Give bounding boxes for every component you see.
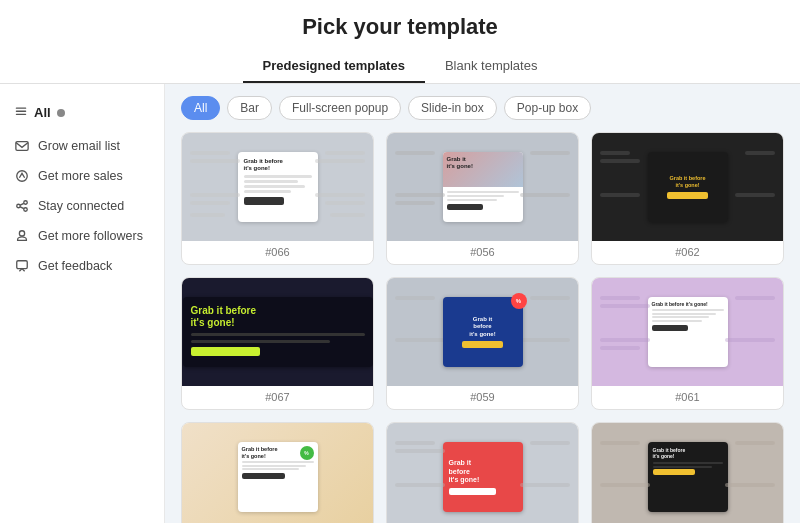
dot-icon — [57, 109, 65, 117]
list-icon — [14, 104, 28, 121]
filter-all[interactable]: All — [181, 96, 220, 120]
sidebar-item-label: Grow email list — [38, 139, 120, 153]
filter-bar[interactable]: Bar — [227, 96, 272, 120]
template-card-059[interactable]: Grab itbeforeit's gone! % #059 — [386, 277, 579, 410]
template-card-056[interactable]: Grab itit's gone! #056 — [386, 132, 579, 265]
svg-point-6 — [24, 201, 28, 205]
template-preview-060: % Grab it beforeit's gone! — [238, 442, 318, 512]
sidebar-item-label: Stay connected — [38, 199, 124, 213]
template-label-067: #067 — [182, 386, 373, 409]
feedback-icon — [14, 258, 30, 274]
sidebar-item-grow-email[interactable]: Grow email list — [0, 131, 164, 161]
svg-rect-3 — [16, 142, 28, 151]
sidebar-item-label: Get more sales — [38, 169, 123, 183]
sales-icon — [14, 168, 30, 184]
template-label-061: #061 — [592, 386, 783, 409]
connected-icon — [14, 198, 30, 214]
sidebar-item-get-sales[interactable]: Get more sales — [0, 161, 164, 191]
filter-bar: All Bar Full-screen popup Slide-in box P… — [181, 96, 784, 120]
template-preview-067: Grab it beforeit's gone! — [183, 297, 373, 367]
svg-rect-2 — [16, 114, 27, 115]
template-label-066: #066 — [182, 241, 373, 264]
tab-blank[interactable]: Blank templates — [425, 50, 558, 83]
svg-point-7 — [24, 208, 28, 212]
page-header: Pick your template Predesigned templates… — [0, 0, 800, 84]
svg-point-10 — [19, 231, 24, 236]
sidebar-item-get-feedback[interactable]: Get feedback — [0, 251, 164, 281]
svg-point-5 — [17, 204, 21, 208]
template-label-059: #059 — [387, 386, 578, 409]
svg-rect-0 — [16, 108, 27, 109]
sidebar-all[interactable]: All — [0, 98, 164, 127]
template-card-067[interactable]: Grab it beforeit's gone! #067 — [181, 277, 374, 410]
followers-icon — [14, 228, 30, 244]
template-card-060[interactable]: % Grab it beforeit's gone! #060 — [181, 422, 374, 523]
svg-line-9 — [20, 207, 24, 209]
sidebar: All Grow email list Get more sales Stay … — [0, 84, 165, 523]
template-card-068[interactable]: Grab it beforeit's gone! #068 — [591, 422, 784, 523]
email-icon — [14, 138, 30, 154]
filter-popup[interactable]: Pop-up box — [504, 96, 591, 120]
sidebar-item-get-followers[interactable]: Get more followers — [0, 221, 164, 251]
filter-slidein[interactable]: Slide-in box — [408, 96, 497, 120]
sidebar-item-label: Get feedback — [38, 259, 112, 273]
svg-rect-1 — [16, 111, 27, 112]
svg-rect-11 — [17, 261, 28, 269]
svg-line-8 — [20, 203, 24, 205]
template-grid: Grab it beforeit's gone! #066 — [181, 132, 784, 523]
tab-bar: Predesigned templates Blank templates — [0, 50, 800, 83]
page-title: Pick your template — [0, 14, 800, 40]
sidebar-item-stay-connected[interactable]: Stay connected — [0, 191, 164, 221]
template-card-069[interactable]: Grab itbeforeit's gone! #069 — [386, 422, 579, 523]
sidebar-item-label: Get more followers — [38, 229, 143, 243]
sidebar-all-label: All — [34, 105, 51, 120]
template-label-056: #056 — [387, 241, 578, 264]
template-card-066[interactable]: Grab it beforeit's gone! #066 — [181, 132, 374, 265]
template-label-062: #062 — [592, 241, 783, 264]
template-preview-059: Grab itbeforeit's gone! % — [443, 297, 523, 367]
tab-predesigned[interactable]: Predesigned templates — [243, 50, 425, 83]
template-card-062[interactable]: Grab it beforeit's gone! #062 — [591, 132, 784, 265]
template-card-061[interactable]: Grab it before it's gone! #061 — [591, 277, 784, 410]
content-area: All Bar Full-screen popup Slide-in box P… — [165, 84, 800, 523]
filter-fullscreen[interactable]: Full-screen popup — [279, 96, 401, 120]
main-layout: All Grow email list Get more sales Stay … — [0, 84, 800, 523]
